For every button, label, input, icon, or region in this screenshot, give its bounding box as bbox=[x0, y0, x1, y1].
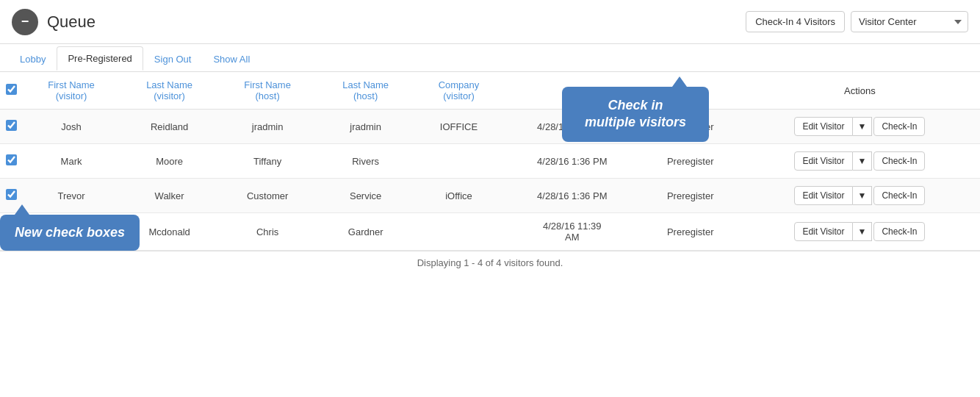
row-checkbox-2[interactable] bbox=[6, 154, 17, 165]
table-row: Josh Reidland jradmin jradmin IOFFICE 4/… bbox=[0, 110, 980, 144]
row-checkbox-1[interactable] bbox=[6, 120, 17, 131]
cell-last-host-2: Rivers bbox=[317, 144, 414, 179]
tab-preregistered[interactable]: Pre-Registered bbox=[57, 46, 143, 71]
edit-dropdown-btn-4[interactable]: ▼ bbox=[853, 222, 873, 241]
cell-company-1: IOFFICE bbox=[414, 110, 503, 144]
app-header: − Queue Check-In 4 Visitors Visitor Cent… bbox=[0, 0, 980, 44]
tab-signout[interactable]: Sign Out bbox=[143, 47, 203, 71]
edit-dropdown-btn-1[interactable]: ▼ bbox=[853, 117, 873, 136]
header-right: Check-In 4 Visitors Visitor Center bbox=[746, 11, 968, 32]
action-group-4: Edit Visitor ▼ Check-In bbox=[746, 222, 974, 241]
edit-visitor-btn-4[interactable]: Edit Visitor bbox=[794, 222, 852, 241]
col-actions: Actions bbox=[740, 72, 980, 110]
checkbox-header bbox=[0, 72, 22, 110]
page-wrapper: − Queue Check-In 4 Visitors Visitor Cent… bbox=[0, 0, 980, 274]
callout-checkin-bubble: Check in multiple visitors bbox=[562, 87, 709, 142]
cell-status-3: Preregister bbox=[641, 179, 740, 213]
cell-last-visitor-3: Walker bbox=[120, 179, 218, 213]
table-row: Trevor Walker Customer Service iOffice 4… bbox=[0, 179, 980, 213]
cell-first-host-2: Tiffany bbox=[218, 144, 317, 179]
cell-first-visitor-1: Josh bbox=[22, 110, 120, 144]
cell-actions-1: Edit Visitor ▼ Check-In bbox=[740, 110, 980, 144]
checkin-action-btn-2[interactable]: Check-In bbox=[873, 151, 925, 171]
action-group-1: Edit Visitor ▼ Check-In bbox=[746, 117, 974, 136]
cell-last-host-4: Gardner bbox=[317, 213, 414, 251]
row-checkbox-cell bbox=[0, 144, 22, 179]
row-checkbox-3[interactable] bbox=[6, 189, 17, 200]
table-container: Check in multiple visitors First Name(vi… bbox=[0, 72, 980, 251]
table-row: Mark Moore Tiffany Rivers 4/28/16 1:36 P… bbox=[0, 144, 980, 179]
callout-checkboxes-bubble: New check boxes bbox=[0, 215, 140, 251]
minus-icon: − bbox=[21, 14, 29, 29]
cell-status-2: Preregister bbox=[641, 144, 740, 179]
cell-first-host-4: Chris bbox=[218, 213, 317, 251]
cell-first-visitor-3: Trevor bbox=[22, 179, 120, 213]
edit-visitor-btn-3[interactable]: Edit Visitor bbox=[794, 186, 852, 205]
col-last-visitor: Last Name(visitor) bbox=[120, 72, 218, 110]
cell-first-host-1: jradmin bbox=[218, 110, 317, 144]
cell-actions-2: Edit Visitor ▼ Check-In bbox=[740, 144, 980, 179]
checkin-action-btn-1[interactable]: Check-In bbox=[873, 117, 925, 136]
cell-first-host-3: Customer bbox=[218, 179, 317, 213]
visitors-table: First Name(visitor) Last Name(visitor) F… bbox=[0, 72, 980, 251]
cell-datetime-4: 4/28/16 11:39AM bbox=[503, 213, 641, 251]
action-group-2: Edit Visitor ▼ Check-In bbox=[746, 151, 974, 171]
tab-lobby[interactable]: Lobby bbox=[9, 47, 57, 71]
select-all-checkbox[interactable] bbox=[6, 84, 17, 95]
header-left: − Queue bbox=[12, 9, 96, 35]
app-icon: − bbox=[12, 9, 38, 35]
tab-bar: Lobby Pre-Registered Sign Out Show All bbox=[0, 44, 980, 72]
edit-visitor-btn-2[interactable]: Edit Visitor bbox=[794, 151, 852, 171]
cell-company-2 bbox=[414, 144, 503, 179]
cell-datetime-3: 4/28/16 1:36 PM bbox=[503, 179, 641, 213]
cell-status-4: Preregister bbox=[641, 213, 740, 251]
checkin-action-btn-3[interactable]: Check-In bbox=[873, 186, 925, 205]
app-title: Queue bbox=[47, 12, 96, 32]
cell-company-3: iOffice bbox=[414, 179, 503, 213]
table-row: Jim Mcdonald Chris Gardner 4/28/16 11:39… bbox=[0, 213, 980, 251]
edit-dropdown-btn-2[interactable]: ▼ bbox=[853, 151, 873, 171]
col-first-host: First Name(host) bbox=[218, 72, 317, 110]
cell-datetime-2: 4/28/16 1:36 PM bbox=[503, 144, 641, 179]
visitor-center-select[interactable]: Visitor Center bbox=[851, 11, 968, 32]
footer-text: Displaying 1 - 4 of 4 visitors found. bbox=[0, 251, 980, 274]
col-company: Company(visitor) bbox=[414, 72, 503, 110]
cell-last-visitor-2: Moore bbox=[120, 144, 218, 179]
action-group-3: Edit Visitor ▼ Check-In bbox=[746, 186, 974, 205]
cell-actions-4: Edit Visitor ▼ Check-In bbox=[740, 213, 980, 251]
cell-actions-3: Edit Visitor ▼ Check-In bbox=[740, 179, 980, 213]
edit-visitor-btn-1[interactable]: Edit Visitor bbox=[794, 117, 852, 136]
checkin-action-btn-4[interactable]: Check-In bbox=[873, 222, 925, 241]
cell-company-4 bbox=[414, 213, 503, 251]
cell-last-visitor-1: Reidland bbox=[120, 110, 218, 144]
row-checkbox-cell bbox=[0, 110, 22, 144]
tab-showall[interactable]: Show All bbox=[202, 47, 261, 71]
checkin-visitors-button[interactable]: Check-In 4 Visitors bbox=[746, 11, 845, 32]
col-last-host: Last Name(host) bbox=[317, 72, 414, 110]
cell-first-visitor-2: Mark bbox=[22, 144, 120, 179]
edit-dropdown-btn-3[interactable]: ▼ bbox=[853, 186, 873, 205]
cell-last-host-3: Service bbox=[317, 179, 414, 213]
col-first-visitor: First Name(visitor) bbox=[22, 72, 120, 110]
cell-last-host-1: jradmin bbox=[317, 110, 414, 144]
